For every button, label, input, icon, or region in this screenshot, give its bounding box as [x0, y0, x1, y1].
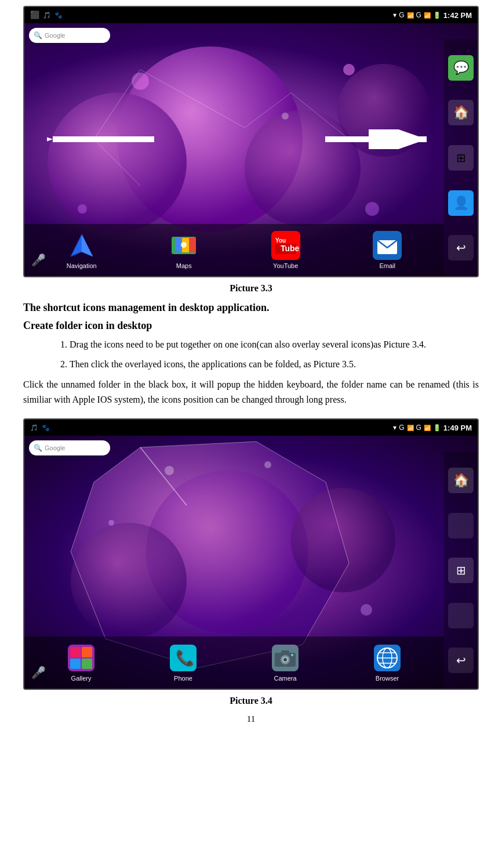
dock-item-gallery[interactable]: Gallery [67, 643, 96, 682]
signal-bars-2: 📶 [424, 12, 431, 19]
page-number: 11 [23, 714, 479, 724]
google-logo-1: 🔍 [34, 31, 42, 39]
side-icon-home-2[interactable]: 🏠 [448, 468, 474, 493]
signal-text-2: G [416, 11, 421, 19]
phone-icon: 📞 [169, 643, 198, 672]
status-icon-1: ⬛ [30, 10, 39, 20]
dock-label-gallery: Gallery [71, 675, 92, 682]
dock-label-maps: Maps [176, 262, 192, 269]
page-container: ⬛ 🎵 🐾 ▾ G 📶 G 📶 🔋 1:42 PM [0, 0, 502, 736]
maps-icon [169, 231, 198, 260]
wallpaper-2: 🔍 Google 🏠 ⊞ [24, 436, 478, 689]
main-paragraph: Click the unnamed folder in the black bo… [23, 377, 479, 407]
status-bar-right-1: ▾ G 📶 G 📶 🔋 1:42 PM [393, 11, 472, 20]
caption-3-4: Picture 3.4 [23, 696, 479, 706]
signal-bars-3: 📶 [407, 425, 414, 431]
status-icon-5: 🐾 [42, 424, 50, 432]
status-icon-3: 🐾 [54, 12, 63, 19]
google-logo-2: 🔍 [34, 444, 42, 452]
signal-text: G [399, 11, 404, 19]
side-icon-home[interactable]: 🏠 [448, 100, 474, 125]
phone-screenshot-1: ⬛ 🎵 🐾 ▾ G 📶 G 📶 🔋 1:42 PM [23, 6, 479, 277]
status-bar-2: 🎵 🐾 ▾ G 📶 G 📶 🔋 1:49 PM [24, 419, 478, 436]
svg-point-7 [365, 202, 379, 216]
bottom-dock-1: 🎤 Navigation [24, 224, 444, 276]
signal-text-4: G [416, 424, 421, 432]
list-item-2: Then click the overlayed icons, the appl… [70, 357, 479, 371]
dock-label-phone: Phone [174, 675, 192, 682]
svg-rect-52 [70, 659, 81, 669]
svg-point-8 [282, 113, 289, 120]
svg-point-5 [343, 64, 355, 75]
time-display-2: 1:49 PM [443, 424, 472, 432]
arrows-overlay [47, 129, 432, 149]
left-arrow-svg [47, 129, 157, 149]
screenshot1-container: ⬛ 🎵 🐾 ▾ G 📶 G 📶 🔋 1:42 PM [23, 6, 479, 277]
svg-point-24 [181, 242, 187, 248]
svg-point-34 [291, 488, 395, 592]
list-item-1: Drag the icons need to be put together o… [70, 338, 479, 352]
svg-point-35 [165, 466, 174, 475]
side-icon-back-2[interactable]: ↩ [448, 648, 474, 673]
status-bar-right-2: ▾ G 📶 G 📶 🔋 1:49 PM [393, 424, 472, 432]
svg-point-62 [291, 654, 293, 656]
svg-marker-19 [82, 234, 93, 256]
svg-point-6 [78, 204, 87, 214]
side-icon-back[interactable]: ↩ [448, 235, 474, 261]
dock-item-email[interactable]: Email [373, 231, 402, 269]
dock-item-youtube[interactable]: You Tube YouTube [271, 231, 300, 269]
dock-item-browser[interactable]: Browser [373, 643, 402, 682]
gallery-icon [67, 643, 96, 672]
side-icon-blank-2 [448, 603, 474, 628]
subsection-title: Create folder icon in desktop [23, 320, 479, 332]
side-icon-blank [448, 513, 474, 538]
google-search-bar-2[interactable]: 🔍 Google [29, 440, 110, 455]
dock-label-camera: Camera [274, 675, 296, 682]
svg-rect-61 [281, 650, 289, 654]
side-icon-contact[interactable]: 👤 [448, 190, 474, 216]
svg-text:📞: 📞 [176, 649, 195, 667]
battery-icon: 🔋 [433, 12, 441, 19]
numbered-list: Drag the icons need to be put together o… [70, 338, 479, 371]
signal-text-3: G [399, 424, 404, 432]
svg-point-36 [264, 461, 271, 468]
phone-screenshot-2: 🎵 🐾 ▾ G 📶 G 📶 🔋 1:49 PM [23, 418, 479, 690]
status-bar-left-2: 🎵 🐾 [30, 424, 50, 432]
side-icon-grid[interactable]: ⊞ [448, 145, 474, 171]
wifi-icon: ▾ [393, 11, 396, 19]
side-icons-2: 🏠 ⊞ ↩ [444, 452, 478, 689]
google-search-bar-1[interactable]: 🔍 Google [29, 28, 110, 43]
svg-rect-51 [82, 647, 92, 657]
signal-bars-4: 📶 [424, 425, 431, 431]
dock-label-navigation: Navigation [67, 262, 97, 269]
svg-point-37 [108, 520, 114, 526]
caption-3-3: Picture 3.3 [23, 283, 479, 294]
svg-point-38 [361, 604, 372, 616]
status-icon-4: 🎵 [30, 424, 38, 432]
mic-icon-1[interactable]: 🎤 [31, 253, 46, 267]
browser-icon [373, 643, 402, 672]
dock-item-maps[interactable]: Maps [169, 231, 198, 269]
svg-point-33 [71, 523, 187, 639]
navigation-icon [67, 231, 96, 260]
wallpaper-1: 🔍 Google [24, 23, 478, 276]
google-text-2: Google [45, 444, 65, 451]
dock-item-phone[interactable]: 📞 Phone [169, 643, 198, 682]
camera-icon [271, 643, 300, 672]
status-bar-1: ⬛ 🎵 🐾 ▾ G 📶 G 📶 🔋 1:42 PM [24, 7, 478, 23]
side-icon-grid-2[interactable]: ⊞ [448, 558, 474, 583]
svg-rect-53 [82, 659, 92, 669]
wifi-icon-2: ▾ [393, 424, 396, 432]
screenshot2-container: 🎵 🐾 ▾ G 📶 G 📶 🔋 1:49 PM [23, 418, 479, 690]
mic-icon-2[interactable]: 🎤 [31, 666, 46, 679]
status-bar-left-1: ⬛ 🎵 🐾 [30, 10, 63, 20]
side-icon-chat[interactable]: 💬 [448, 55, 474, 81]
dock-item-camera[interactable]: Camera [271, 643, 300, 682]
signal-bars: 📶 [407, 12, 414, 19]
dock-label-browser: Browser [376, 675, 399, 682]
dock-item-navigation[interactable]: Navigation [67, 231, 97, 269]
right-arrow-svg [322, 129, 432, 149]
status-icon-2: 🎵 [43, 12, 51, 19]
svg-text:Tube: Tube [281, 244, 299, 253]
svg-text:You: You [275, 237, 286, 244]
